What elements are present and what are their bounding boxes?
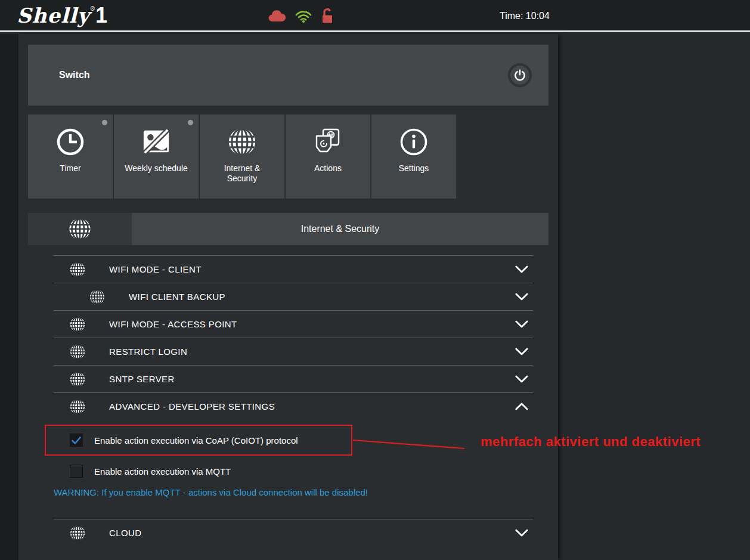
chevron-down-icon: [515, 348, 528, 355]
chevron-down-icon: [515, 375, 528, 383]
accordion-label: RESTRICT LOGIN: [109, 346, 187, 357]
chevron-up-icon: [515, 403, 528, 410]
accordion-wifi-client-backup[interactable]: WIFI CLIENT BACKUP: [54, 283, 533, 310]
section-icon-box: [28, 213, 132, 245]
wifi-status-icon: [295, 10, 312, 23]
channel-card: Switch: [28, 45, 548, 106]
globe-icon: [70, 399, 85, 414]
tab-label: Actions: [314, 163, 342, 174]
power-toggle-button[interactable]: [508, 63, 532, 87]
globe-icon: [89, 289, 105, 305]
accordion-wifi-mode-client[interactable]: WIFI MODE - CLIENT: [54, 255, 533, 283]
registered-mark: ®: [91, 5, 95, 12]
globe-icon: [69, 218, 91, 240]
accordion-label: WIFI MODE - CLIENT: [109, 264, 202, 274]
cloud-section: CLOUD: [54, 519, 533, 546]
status-icons: [267, 0, 333, 32]
tab-label: Internet & Security: [209, 163, 275, 184]
accordion-wifi-mode-access-point[interactable]: WIFI MODE - ACCESS POINT: [54, 310, 533, 338]
tab-weekly-schedule[interactable]: Weekly schedule: [114, 115, 199, 199]
info-icon: [399, 128, 428, 156]
mqtt-setting-row: Enable action execution via MQTT: [70, 464, 533, 478]
logo-model: 1: [95, 2, 107, 29]
clock-icon: [56, 128, 85, 156]
coiot-checkbox[interactable]: [70, 434, 83, 447]
accordion-restrict-login[interactable]: RESTRICT LOGIN: [54, 338, 533, 365]
schedule-active-dot: [188, 120, 193, 125]
accordion-label: WIFI MODE - ACCESS POINT: [109, 319, 237, 329]
channel-title: Switch: [28, 70, 90, 81]
chevron-down-icon: [515, 320, 528, 328]
cloud-status-icon: [267, 10, 286, 23]
chevron-down-icon: [515, 265, 528, 273]
tab-label: Weekly schedule: [125, 163, 188, 174]
accordion-label: SNTP SERVER: [109, 374, 175, 384]
lock-open-icon: [321, 8, 333, 24]
accordion-advanced-developer-settings[interactable]: ADVANCED - DEVELOPER SETTINGS: [54, 392, 533, 420]
accordion-label: CLOUD: [109, 528, 142, 538]
mqtt-warning-text: WARNING: If you enable MQTT - actions vi…: [54, 487, 533, 497]
tab-actions[interactable]: Actions: [286, 115, 370, 199]
globe-icon: [70, 317, 85, 332]
advanced-settings-panel: Enable action execution via CoAP (CoIOT)…: [54, 433, 533, 497]
accordion-label: ADVANCED - DEVELOPER SETTINGS: [109, 401, 275, 412]
power-icon: [513, 69, 526, 82]
accordion-label: WIFI CLIENT BACKUP: [129, 292, 225, 302]
coiot-checkbox-label: Enable action execution via CoAP (CoIOT)…: [94, 435, 298, 445]
tab-internet-security[interactable]: Internet & Security: [200, 115, 284, 199]
checkmark-icon: [72, 437, 81, 444]
top-bar: Shelly®1 Time: 10:04: [0, 0, 750, 32]
shelly-logo: Shelly®1: [17, 2, 107, 29]
section-header: Internet & Security: [28, 213, 548, 245]
tab-settings[interactable]: Settings: [371, 115, 456, 199]
tab-label: Timer: [60, 163, 80, 174]
section-title: Internet & Security: [132, 213, 548, 245]
logo-brand: Shelly: [17, 2, 90, 29]
globe-icon: [70, 262, 85, 277]
globe-icon: [70, 372, 85, 387]
chevron-down-icon: [515, 293, 528, 301]
globe-icon: [70, 525, 85, 541]
coiot-setting-row: Enable action execution via CoAP (CoIOT)…: [70, 433, 533, 447]
globe-icon: [228, 128, 256, 156]
timer-active-dot: [102, 120, 107, 125]
page-left-margin: [0, 34, 18, 560]
accordion-sntp-server[interactable]: SNTP SERVER: [54, 365, 533, 392]
chevron-down-icon: [515, 529, 528, 537]
actions-icon: [314, 128, 342, 156]
accordion-cloud[interactable]: CLOUD: [54, 519, 533, 546]
main-panel: Switch Timer: [18, 34, 558, 560]
feature-tabs: Timer Weekly schedule Internet & Securit…: [28, 115, 548, 199]
tab-timer[interactable]: Timer: [28, 115, 113, 199]
tab-label: Settings: [399, 163, 429, 174]
device-time: Time: 10:04: [500, 0, 550, 32]
settings-accordion: WIFI MODE - CLIENT WIFI CLIENT BACKUP WI…: [54, 255, 533, 546]
mqtt-checkbox-label: Enable action execution via MQTT: [94, 466, 231, 477]
no-schedule-icon: [142, 128, 171, 156]
mqtt-checkbox[interactable]: [70, 465, 83, 478]
globe-icon: [70, 344, 85, 360]
